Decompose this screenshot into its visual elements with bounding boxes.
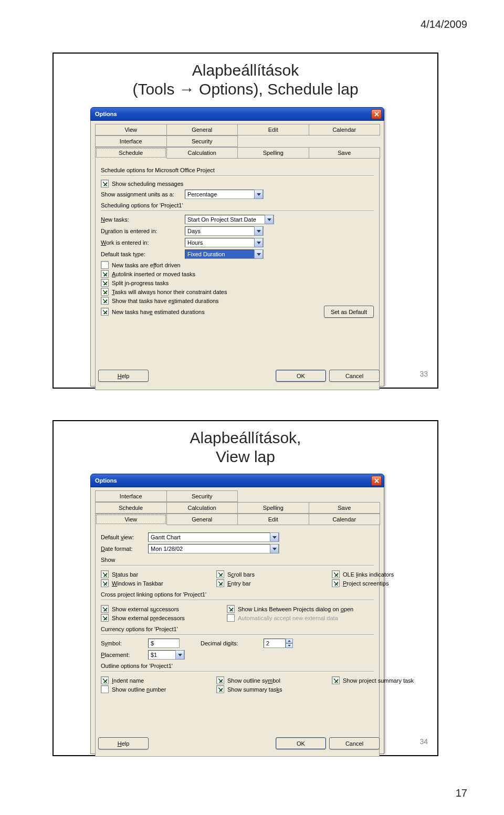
options-dialog: Options Interface Security Schedule Calc…: [90, 474, 384, 753]
ok-button[interactable]: OK: [276, 370, 326, 382]
tab-calculation[interactable]: Calculation: [166, 147, 238, 159]
dialog-title: Options: [95, 477, 117, 484]
tab-interface[interactable]: Interface: [95, 490, 167, 502]
page-number: 17: [456, 787, 467, 799]
chevron-down-icon: [270, 532, 279, 542]
cb-split[interactable]: Split in-progress tasks: [101, 279, 374, 287]
tab-save[interactable]: Save: [309, 502, 381, 514]
chevron-down-icon: [254, 238, 263, 247]
cb-summary-tasks[interactable]: Show summary tasks: [216, 685, 311, 693]
tab-view[interactable]: View: [95, 514, 167, 525]
tab-interface[interactable]: Interface: [95, 135, 167, 147]
slide-number: 33: [419, 370, 428, 378]
chevron-down-icon: [254, 190, 263, 199]
slide-34: Alapbeállítások, View lap 34 Options Int…: [52, 420, 438, 756]
tab-general[interactable]: General: [166, 124, 238, 135]
cb-show-messages[interactable]: Show scheduling messages: [101, 180, 374, 187]
cb-effort-driven[interactable]: New tasks are effort driven: [101, 261, 374, 269]
chevron-down-icon: [270, 544, 279, 553]
tab-calendar[interactable]: Calendar: [309, 514, 381, 525]
slide-title: Alapbeállítások, View lap: [54, 421, 437, 469]
placement-combo[interactable]: $1: [148, 650, 185, 660]
default-view-combo[interactable]: Gantt Chart: [148, 532, 279, 542]
slide-title: Alapbeállítások (Tools → Options), Sched…: [54, 54, 437, 102]
help-button[interactable]: Help: [98, 737, 149, 749]
dialog-title: Options: [95, 111, 117, 117]
cb-new-est[interactable]: New tasks have estimated durations: [101, 308, 324, 316]
cb-show-est[interactable]: Show that tasks have estimated durations: [101, 297, 374, 305]
default-view-label: Default view:: [101, 534, 148, 540]
spin-up-icon[interactable]: [286, 639, 293, 643]
cb-entry-bar[interactable]: Entry bar: [216, 579, 311, 587]
tab-spelling[interactable]: Spelling: [237, 147, 309, 159]
titlebar[interactable]: Options: [90, 107, 384, 121]
cb-outline-symbol[interactable]: Show outline symbol: [216, 676, 311, 684]
section-outline: Outline options for 'Project1': [101, 663, 374, 669]
tab-schedule[interactable]: Schedule: [95, 147, 167, 159]
tab-security[interactable]: Security: [166, 135, 238, 147]
section-cross: Cross project linking options for 'Proje…: [101, 591, 374, 598]
cb-indent-name[interactable]: Indent name: [101, 676, 195, 684]
placement-label: Placement:: [101, 652, 148, 658]
duration-combo[interactable]: Days: [185, 226, 264, 236]
cancel-button[interactable]: Cancel: [329, 737, 380, 749]
cb-scroll-bars[interactable]: Scroll bars: [216, 570, 311, 578]
show-units-combo[interactable]: Percentage: [185, 190, 264, 199]
tab-calendar[interactable]: Calendar: [309, 124, 381, 135]
chevron-down-icon: [254, 226, 263, 236]
title-line1: Alapbeállítások,: [190, 429, 301, 446]
title-line2: View lap: [216, 448, 275, 465]
cb-outline-number[interactable]: Show outline number: [101, 685, 195, 693]
tab-general[interactable]: General: [166, 514, 238, 525]
tab-save[interactable]: Save: [309, 147, 381, 159]
title-line2: (Tools → Options), Schedule lap: [132, 80, 358, 98]
symbol-input[interactable]: [148, 639, 180, 648]
cb-honor[interactable]: Tasks will always honor their constraint…: [101, 288, 374, 296]
show-units-label: Show assignment units as a:: [101, 191, 185, 197]
tab-spelling[interactable]: Spelling: [237, 502, 309, 514]
set-as-default-button[interactable]: Set as Default: [324, 306, 374, 318]
cb-windows-taskbar[interactable]: Windows in Taskbar: [101, 579, 195, 587]
work-combo[interactable]: Hours: [185, 238, 264, 247]
chevron-down-icon: [175, 650, 184, 660]
symbol-label: Symbol:: [101, 640, 148, 646]
chevron-down-icon: [254, 249, 263, 259]
new-tasks-combo[interactable]: Start On Project Start Date: [185, 215, 274, 224]
section-show: Show: [101, 557, 374, 563]
tab-view[interactable]: View: [95, 124, 167, 135]
tab-calculation[interactable]: Calculation: [166, 502, 238, 514]
tab-edit[interactable]: Edit: [237, 124, 309, 135]
duration-label: Duration is entered in:: [101, 228, 185, 234]
document-page: 4/14/2009 17 Alapbeállítások (Tools → Op…: [0, 0, 504, 815]
options-dialog: Options View General Edit Calendar Inter…: [90, 107, 384, 385]
decimal-label: Decimal digits:: [201, 640, 264, 646]
cb-show-links-dialog[interactable]: Show Links Between Projects dialog on op…: [227, 605, 374, 613]
date-format-combo[interactable]: Mon 1/28/02: [148, 544, 279, 553]
help-button[interactable]: Help: [98, 370, 149, 382]
chevron-down-icon: [265, 215, 274, 224]
title-line1: Alapbeállítások: [192, 61, 299, 79]
cb-status-bar[interactable]: Status bar: [101, 570, 195, 578]
tab-security[interactable]: Security: [166, 490, 238, 502]
cb-screentips[interactable]: Project screentips: [332, 579, 426, 587]
cb-ole-links[interactable]: OLE links indicators: [332, 570, 426, 578]
close-icon[interactable]: [371, 109, 382, 119]
default-type-label: Default task type:: [101, 251, 185, 257]
tab-edit[interactable]: Edit: [237, 514, 309, 525]
close-icon[interactable]: [371, 476, 382, 486]
cancel-button[interactable]: Cancel: [329, 370, 380, 382]
ok-button[interactable]: OK: [276, 737, 326, 749]
cb-auto-accept: Automatically accept new external data: [227, 614, 374, 622]
cb-project-summary[interactable]: Show project summary task: [332, 676, 426, 684]
section-label: Schedule options for Microsoft Office Pr…: [101, 167, 374, 173]
titlebar[interactable]: Options: [90, 474, 384, 487]
tab-schedule[interactable]: Schedule: [95, 502, 167, 514]
dialog-buttons: Help OK Cancel: [95, 370, 380, 382]
cb-autolink[interactable]: Autolink inserted or moved tasks: [101, 270, 374, 278]
section-currency: Currency options for 'Project1': [101, 626, 374, 632]
decimal-digits-spin[interactable]: [264, 639, 293, 648]
cb-ext-pred[interactable]: Show external predecessors: [101, 614, 206, 622]
spin-down-icon[interactable]: [286, 643, 293, 648]
default-type-combo[interactable]: Fixed Duration: [185, 249, 264, 259]
cb-ext-succ[interactable]: Show external successors: [101, 605, 206, 613]
